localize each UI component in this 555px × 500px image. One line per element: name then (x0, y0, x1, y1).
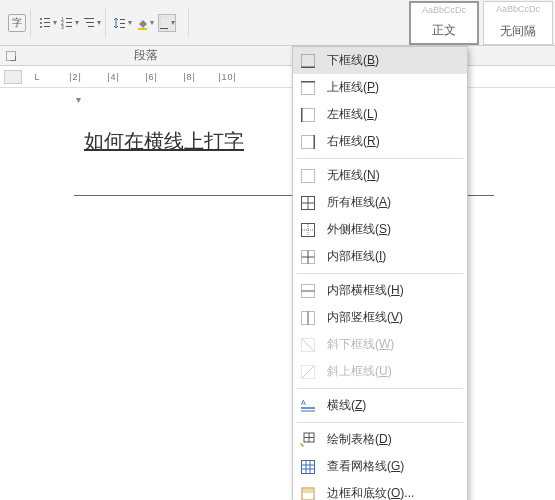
chevron-down-icon: ▾ (53, 18, 57, 27)
menu-item-border-top[interactable]: 上框线(P) (293, 74, 467, 101)
diag-up-icon (299, 363, 317, 381)
svg-rect-1 (44, 18, 50, 19)
styles-gallery: AaBbCcDc 正文 AaBbCcDc 无间隔 (409, 1, 555, 45)
borders-dropdown-menu: 下框线(B)上框线(P)左框线(L)右框线(R)无框线(N)所有框线(A)外侧框… (292, 46, 468, 500)
chevron-down-icon: ▾ (97, 18, 101, 27)
svg-rect-27 (302, 135, 315, 148)
bullets-button[interactable]: ▾ (39, 14, 57, 32)
svg-rect-14 (88, 26, 94, 27)
ruler-tick: |8| (180, 72, 199, 82)
menu-item-border-bottom[interactable]: 下框线(B) (293, 47, 467, 74)
group-label-paragraph: 段落 (16, 47, 276, 64)
border-right-icon (299, 133, 317, 151)
menu-item-label: 内部横框线(H) (327, 282, 457, 299)
menu-item-label: 所有框线(A) (327, 194, 457, 211)
hr-icon: A (299, 397, 317, 415)
svg-point-0 (40, 18, 42, 20)
menu-item-border-left[interactable]: 左框线(L) (293, 101, 467, 128)
style-no-spacing[interactable]: AaBbCcDc 无间隔 (483, 1, 553, 45)
svg-line-44 (302, 339, 314, 351)
shading-button[interactable]: ▾ (136, 14, 154, 32)
ruler-cap (4, 70, 22, 84)
style-normal[interactable]: AaBbCcDc 正文 (409, 1, 479, 45)
separator (30, 9, 31, 37)
document-area[interactable]: ▾ 如何在横线上打字 (0, 88, 555, 196)
menu-item-border-outside[interactable]: 外侧框线(S) (293, 216, 467, 243)
chevron-down-icon: ▾ (128, 18, 132, 27)
svg-rect-22 (301, 66, 315, 68)
style-label: 无间隔 (500, 23, 536, 40)
svg-rect-29 (302, 169, 315, 182)
border-none-icon (299, 167, 317, 185)
border-outside-icon (299, 221, 317, 239)
border-inside-icon (299, 248, 317, 266)
svg-rect-13 (86, 22, 94, 23)
menu-item-label: 内部框线(I) (327, 248, 457, 265)
menu-item-borders-shading[interactable]: 边框和底纹(O)... (293, 480, 467, 500)
svg-rect-17 (120, 27, 125, 28)
ribbon-paragraph-group: 字 ▾ 123 ▾ ▾ ▾ ▾ ▾ AaBbCcDc 正文 AaBbCcDc 无… (0, 0, 555, 46)
svg-rect-59 (303, 489, 313, 493)
chevron-down-icon: ▾ (171, 18, 175, 27)
menu-item-hr[interactable]: A横线(Z) (293, 392, 467, 419)
menu-item-border-inside[interactable]: 内部框线(I) (293, 243, 467, 270)
border-inside-h-icon (299, 282, 317, 300)
menu-item-label: 查看网格线(G) (327, 458, 457, 475)
svg-rect-7 (66, 18, 72, 19)
ruler-tick: L (28, 72, 47, 82)
indent-marker-icon[interactable]: ▾ (76, 94, 81, 105)
menu-item-border-none[interactable]: 无框线(N) (293, 162, 467, 189)
svg-rect-5 (44, 26, 50, 27)
svg-rect-23 (302, 81, 315, 94)
menu-item-label: 上框线(P) (327, 79, 457, 96)
numbering-button[interactable]: 123 ▾ (61, 14, 79, 32)
ribbon-group-label-row: 段落 (0, 46, 555, 66)
menu-item-draw-table[interactable]: 绘制表格(D) (293, 426, 467, 453)
menu-item-label: 下框线(B) (327, 52, 457, 69)
menu-item-view-grid[interactable]: 查看网格线(G) (293, 453, 467, 480)
svg-rect-16 (120, 23, 125, 24)
svg-point-4 (40, 26, 42, 28)
border-all-icon (299, 194, 317, 212)
style-label: 正文 (432, 22, 456, 39)
separator (188, 9, 189, 37)
svg-rect-21 (302, 54, 315, 67)
diag-down-icon (299, 336, 317, 354)
menu-item-label: 斜下框线(W) (327, 336, 457, 353)
ruler-tick: |6| (142, 72, 161, 82)
menu-item-label: 边框和底纹(O)... (327, 485, 457, 500)
menu-separator (297, 422, 463, 423)
menu-item-label: 斜上框线(U) (327, 363, 457, 380)
multilevel-list-button[interactable]: ▾ (83, 14, 101, 32)
menu-item-label: 外侧框线(S) (327, 221, 457, 238)
borders-button[interactable]: ▾ (158, 14, 176, 32)
menu-item-border-inside-v[interactable]: 内部竖框线(V) (293, 304, 467, 331)
svg-text:3: 3 (61, 24, 64, 30)
border-top-icon (299, 79, 317, 97)
menu-separator (297, 273, 463, 274)
dialog-launcher-icon[interactable] (6, 51, 16, 61)
menu-item-diag-down: 斜下框线(W) (293, 331, 467, 358)
svg-rect-11 (66, 26, 72, 27)
menu-item-label: 右框线(R) (327, 133, 457, 150)
menu-item-border-right[interactable]: 右框线(R) (293, 128, 467, 155)
menu-item-border-all[interactable]: 所有框线(A) (293, 189, 467, 216)
svg-rect-12 (84, 18, 94, 19)
menu-item-label: 无框线(N) (327, 167, 457, 184)
svg-rect-15 (120, 19, 125, 20)
menu-separator (297, 388, 463, 389)
chevron-down-icon: ▾ (75, 18, 79, 27)
svg-point-2 (40, 22, 42, 24)
borders-shading-icon (299, 485, 317, 501)
svg-line-46 (302, 366, 314, 378)
menu-item-label: 内部竖框线(V) (327, 309, 457, 326)
separator (105, 9, 106, 37)
horizontal-ruler[interactable]: L|2||4||6||8||10||22||24| (0, 66, 555, 88)
asian-layout-icon[interactable]: 字 (8, 14, 26, 32)
svg-rect-53 (302, 460, 315, 473)
menu-item-border-inside-h[interactable]: 内部横框线(H) (293, 277, 467, 304)
line-spacing-button[interactable]: ▾ (114, 14, 132, 32)
svg-rect-9 (66, 22, 72, 23)
view-grid-icon (299, 458, 317, 476)
svg-rect-18 (138, 28, 147, 30)
